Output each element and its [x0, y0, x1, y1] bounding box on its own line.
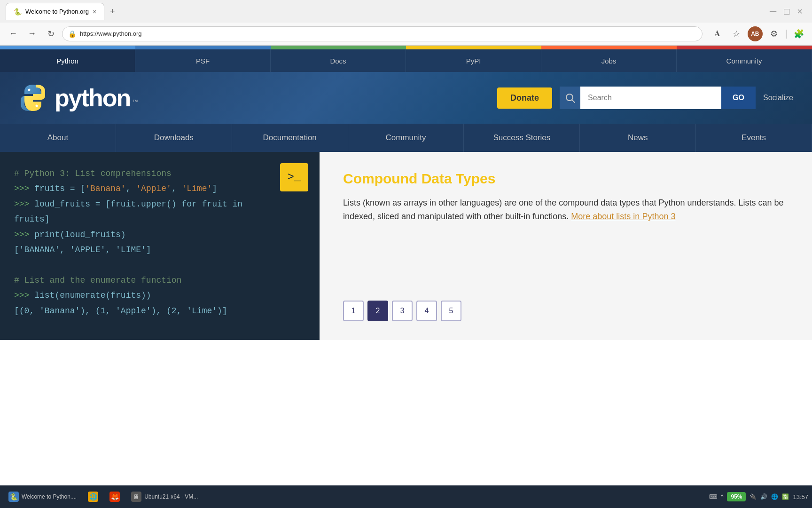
code-line-5: >>> print(loud_fruits) — [14, 227, 305, 242]
python-logo-icon — [19, 84, 47, 112]
color-bar-6 — [677, 46, 812, 49]
taskbar-keyboard-icon: ⌨ — [709, 493, 717, 500]
taskbar-vm-tab[interactable]: 🖥 Ubuntu21-x64 - VM... — [126, 490, 203, 504]
new-tab-button[interactable]: + — [106, 5, 119, 18]
main-nav: About Downloads Documentation Community … — [0, 124, 812, 152]
taskbar-python-label: Welcome to Python.... — [22, 493, 77, 500]
more-link[interactable]: More about lists in Python 3 — [571, 212, 675, 221]
code-line-9: [(0, 'Banana'), (1, 'Apple'), (2, 'Lime'… — [14, 303, 305, 318]
tab-title: Welcome to Python.org — [25, 8, 89, 15]
taskbar-firefox-tab[interactable]: 🦊 — [105, 490, 125, 504]
color-bar-5 — [541, 46, 677, 49]
browser-titlebar: 🐍 Welcome to Python.org × + ─ □ × — [0, 0, 812, 23]
site-header: python ™ Donate GO Socialize — [0, 72, 812, 124]
nav-about[interactable]: About — [0, 124, 116, 152]
nav-community[interactable]: Community — [348, 124, 464, 152]
battery-indicator: 95% — [727, 492, 746, 501]
color-bar — [0, 46, 812, 49]
topnav-jobs[interactable]: Jobs — [541, 49, 677, 72]
taskbar-chrome-tab[interactable]: 🌐 — [83, 490, 103, 504]
extensions-button[interactable]: 🧩 — [791, 26, 806, 41]
browser-actions: 𝐀 ☆ AB ⚙ | 🧩 — [710, 26, 806, 41]
page-5-button[interactable]: 5 — [441, 301, 461, 321]
nav-documentation[interactable]: Documentation — [232, 124, 348, 152]
topnav-python[interactable]: Python — [0, 49, 135, 72]
terminal-icon: >_ — [280, 163, 308, 191]
color-bar-1 — [0, 46, 135, 49]
topnav-psf[interactable]: PSF — [135, 49, 271, 72]
info-panel: Compound Data Types Lists (known as arra… — [320, 152, 812, 340]
taskbar-chrome-icon: 🌐 — [88, 492, 98, 502]
compound-body: Lists (known as arrays in other language… — [343, 196, 789, 223]
color-bar-2 — [135, 46, 271, 49]
url-display: https://www.python.org — [80, 30, 696, 37]
code-line-2: >>> fruits = ['Banana', 'Apple', 'Lime'] — [14, 181, 305, 196]
site-topnav: Python PSF Docs PyPI Jobs Community — [0, 49, 812, 72]
maximize-button[interactable]: □ — [784, 6, 789, 17]
code-panel: >_ # Python 3: List comprehensions >>> f… — [0, 152, 320, 340]
header-right: Donate GO Socialize — [157, 87, 793, 109]
taskbar-vm-label: Ubuntu21-x64 - VM... — [144, 493, 198, 500]
taskbar-input-icon: 🈯 — [782, 493, 789, 500]
content-area: >_ # Python 3: List comprehensions >>> f… — [0, 152, 812, 340]
code-line-6: ['BANANA', 'APPLE', 'LIME'] — [14, 242, 305, 257]
search-box: GO — [580, 87, 756, 109]
tab-bar: 🐍 Welcome to Python.org × + — [6, 3, 119, 20]
taskbar-python-icon: 🐍 — [8, 492, 19, 502]
color-bar-4 — [406, 46, 541, 49]
page-4-button[interactable]: 4 — [416, 301, 437, 321]
socialize-label: Socialize — [763, 94, 793, 102]
separator: | — [785, 28, 788, 39]
page-3-button[interactable]: 3 — [392, 301, 413, 321]
page-1-button[interactable]: 1 — [343, 301, 364, 321]
active-tab[interactable]: 🐍 Welcome to Python.org × — [6, 3, 104, 20]
taskbar-power-icon: 🔌 — [750, 493, 757, 500]
taskbar-vm-icon: 🖥 — [131, 492, 141, 502]
topnav-docs[interactable]: Docs — [271, 49, 406, 72]
address-bar[interactable]: 🔒 https://www.python.org — [62, 26, 703, 41]
python-wordmark: python — [55, 84, 130, 111]
taskbar-up-arrow-icon: ^ — [721, 493, 724, 500]
minimize-button[interactable]: ─ — [770, 6, 776, 17]
taskbar-python-tab[interactable]: 🐍 Welcome to Python.... — [4, 490, 81, 504]
search-area: GO — [560, 87, 756, 109]
taskbar-volume-icon: 🔊 — [760, 493, 767, 500]
tab-close-button[interactable]: × — [93, 8, 96, 16]
code-line-7: # List and the enumerate function — [14, 273, 305, 288]
nav-events[interactable]: Events — [696, 124, 812, 152]
profile-avatar[interactable]: AB — [748, 26, 763, 41]
nav-news[interactable]: News — [580, 124, 696, 152]
code-line-4: fruits] — [14, 212, 305, 227]
tab-favicon: 🐍 — [14, 8, 22, 16]
back-button[interactable]: ← — [6, 26, 21, 41]
code-line-1: # Python 3: List comprehensions — [14, 166, 305, 181]
search-icon — [564, 92, 576, 103]
reader-mode-button[interactable]: 𝐀 — [710, 26, 725, 41]
page-2-button[interactable]: 2 — [367, 301, 388, 321]
topnav-community[interactable]: Community — [677, 49, 812, 72]
search-input[interactable] — [580, 87, 721, 109]
go-button[interactable]: GO — [721, 87, 756, 109]
search-icon-button[interactable] — [560, 87, 580, 108]
logo-area[interactable]: python ™ — [19, 84, 138, 112]
taskbar: 🐍 Welcome to Python.... 🌐 🦊 🖥 Ubuntu21-x… — [0, 485, 812, 508]
favorites-button[interactable]: ☆ — [729, 26, 744, 41]
donate-button[interactable]: Donate — [497, 87, 552, 109]
taskbar-clock: 13:57 — [793, 493, 808, 500]
nav-downloads[interactable]: Downloads — [116, 124, 232, 152]
code-line-3: >>> loud_fruits = [fruit.upper() for fru… — [14, 197, 305, 212]
compound-data-section: Compound Data Types Lists (known as arra… — [343, 171, 789, 223]
trademark-symbol: ™ — [133, 98, 138, 105]
color-bar-3 — [271, 46, 406, 49]
nav-success-stories[interactable]: Success Stories — [464, 124, 580, 152]
topnav-pypi[interactable]: PyPI — [406, 49, 541, 72]
code-line-8: >>> list(enumerate(fruits)) — [14, 288, 305, 303]
settings-button[interactable]: ⚙ — [766, 26, 781, 41]
svg-line-3 — [572, 100, 575, 103]
reload-button[interactable]: ↻ — [43, 26, 58, 41]
svg-point-0 — [28, 89, 31, 91]
forward-button[interactable]: → — [24, 26, 39, 41]
close-window-button[interactable]: × — [797, 6, 803, 17]
logo-text: python ™ — [55, 84, 138, 112]
taskbar-network-icon: 🌐 — [771, 493, 778, 500]
